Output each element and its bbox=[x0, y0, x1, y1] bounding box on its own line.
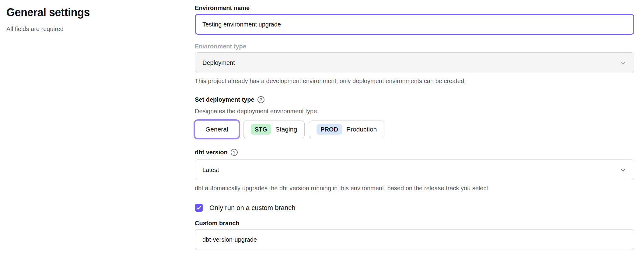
page-title: General settings bbox=[6, 6, 177, 19]
deployment-type-production-button[interactable]: PROD Production bbox=[309, 121, 384, 138]
general-button-label: General bbox=[205, 126, 228, 133]
settings-header: General settings All fields are required bbox=[6, 6, 177, 33]
dbt-version-value: Latest bbox=[202, 167, 219, 174]
chevron-down-icon bbox=[620, 60, 626, 66]
chevron-down-icon bbox=[620, 167, 626, 173]
deployment-type-helper: Designates the deployment environment ty… bbox=[195, 107, 634, 115]
production-badge: PROD bbox=[317, 124, 342, 135]
custom-branch-label: Custom branch bbox=[195, 219, 634, 227]
general-settings-page: General settings All fields are required… bbox=[0, 0, 644, 263]
custom-branch-input[interactable] bbox=[195, 229, 634, 250]
staging-badge: STG bbox=[251, 124, 271, 135]
environment-type-helper: This project already has a development e… bbox=[195, 77, 634, 85]
environment-type-select: Deployment bbox=[195, 52, 634, 73]
deployment-type-options: General STG Staging PROD Production bbox=[195, 121, 634, 138]
environment-name-input[interactable] bbox=[195, 14, 634, 35]
dbt-version-label: dbt version bbox=[195, 149, 228, 156]
deployment-type-label: Set deployment type bbox=[195, 96, 254, 103]
custom-branch-toggle-label: Only run on a custom branch bbox=[209, 204, 295, 212]
help-icon[interactable]: ? bbox=[257, 96, 264, 103]
environment-settings-form: Environment name Environment type Deploy… bbox=[195, 4, 634, 250]
help-icon[interactable]: ? bbox=[231, 149, 238, 156]
environment-type-label: Environment type bbox=[195, 43, 634, 50]
environment-type-value: Deployment bbox=[202, 59, 235, 66]
staging-button-label: Staging bbox=[275, 126, 297, 133]
checkbox-checked-icon[interactable] bbox=[195, 204, 203, 212]
environment-name-label: Environment name bbox=[195, 4, 634, 12]
custom-branch-toggle-row[interactable]: Only run on a custom branch bbox=[195, 204, 634, 212]
deployment-type-staging-button[interactable]: STG Staging bbox=[243, 121, 305, 138]
deployment-type-general-button[interactable]: General bbox=[195, 121, 239, 138]
page-subtitle: All fields are required bbox=[6, 26, 177, 33]
production-button-label: Production bbox=[346, 126, 377, 133]
dbt-version-helper: dbt automatically upgrades the dbt versi… bbox=[195, 184, 634, 192]
dbt-version-select[interactable]: Latest bbox=[195, 160, 634, 180]
